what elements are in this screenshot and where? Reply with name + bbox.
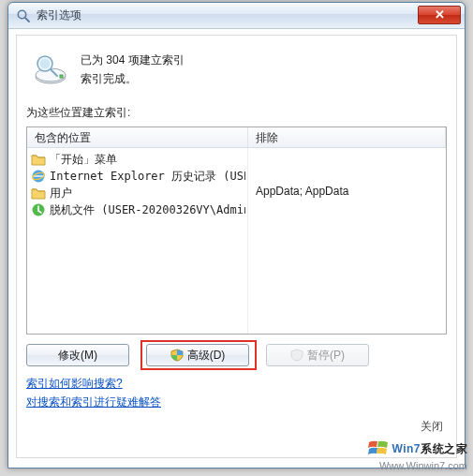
list-item[interactable]: 用户	[29, 185, 245, 201]
help-link-how-indexing-affects-search[interactable]: 索引如何影响搜索?	[26, 377, 123, 390]
help-links: 索引如何影响搜索? 对搜索和索引进行疑难解答	[26, 374, 447, 411]
pause-button-label: 暂停(P)	[307, 348, 345, 364]
list-item-label: Internet Explorer 历史记录 (USE...	[50, 169, 245, 185]
svg-rect-4	[60, 75, 63, 78]
window-title: 索引选项	[37, 7, 418, 23]
close-icon: ✕	[435, 7, 445, 22]
locations-list: 包含的位置 排除 「开始」菜单Internet Explorer 历史记录 (U…	[26, 126, 447, 335]
advanced-button[interactable]: 高级(D)	[146, 344, 249, 366]
column-excluded[interactable]: 排除	[248, 127, 446, 147]
list-item[interactable]: 脱机文件 (USER-20200326VY\Admin...	[29, 201, 245, 218]
list-item[interactable]: Internet Explorer 历史记录 (USE...	[29, 168, 245, 185]
excluded-text: AppData; AppData	[256, 185, 438, 198]
status-line-count: 已为 304 项建立索引	[81, 51, 185, 69]
list-header: 包含的位置 排除	[27, 127, 446, 148]
folder-icon	[31, 186, 46, 201]
advanced-button-label: 高级(D)	[187, 348, 226, 364]
column-included[interactable]: 包含的位置	[27, 127, 248, 147]
titlebar[interactable]: 索引选项 ✕	[8, 3, 465, 29]
drive-search-icon	[32, 54, 69, 86]
pause-button: 暂停(P)	[266, 344, 369, 366]
help-link-troubleshoot[interactable]: 对搜索和索引进行疑难解答	[26, 395, 161, 409]
svg-point-6	[40, 59, 50, 68]
status-text: 已为 304 项建立索引 索引完成。	[81, 49, 185, 88]
list-item[interactable]: 「开始」菜单	[29, 151, 245, 168]
ie-icon	[31, 169, 46, 184]
list-item-label: 「开始」菜单	[50, 152, 117, 168]
status-line-complete: 索引完成。	[81, 69, 185, 88]
button-row: 修改(M) 高级(D) 暂停(P)	[26, 344, 447, 366]
list-item-label: 用户	[50, 186, 72, 201]
shield-icon	[170, 349, 184, 362]
list-item-label: 脱机文件 (USER-20200326VY\Admin...	[50, 202, 245, 218]
offline-icon	[31, 202, 46, 217]
status-row: 已为 304 项建立索引 索引完成。	[32, 49, 447, 88]
inner-close-label: 关闭	[421, 419, 443, 435]
search-icon	[16, 8, 31, 23]
close-button[interactable]: ✕	[418, 6, 461, 24]
list-body: 「开始」菜单Internet Explorer 历史记录 (USE...用户脱机…	[27, 148, 446, 334]
included-column[interactable]: 「开始」菜单Internet Explorer 历史记录 (USE...用户脱机…	[27, 148, 248, 334]
modify-button-label: 修改(M)	[58, 348, 97, 364]
shield-icon	[290, 349, 303, 362]
indexing-options-window: 索引选项 ✕ 已为 304 项建立索引 索引完成。 为这些位置建立索	[7, 2, 466, 469]
folder-icon	[31, 152, 46, 167]
svg-line-1	[25, 17, 29, 21]
locations-label: 为这些位置建立索引:	[26, 105, 447, 121]
client-area: 已为 304 项建立索引 索引完成。 为这些位置建立索引: 包含的位置 排除 「…	[16, 35, 457, 458]
modify-button[interactable]: 修改(M)	[26, 344, 129, 366]
excluded-column: AppData; AppData	[248, 148, 446, 334]
